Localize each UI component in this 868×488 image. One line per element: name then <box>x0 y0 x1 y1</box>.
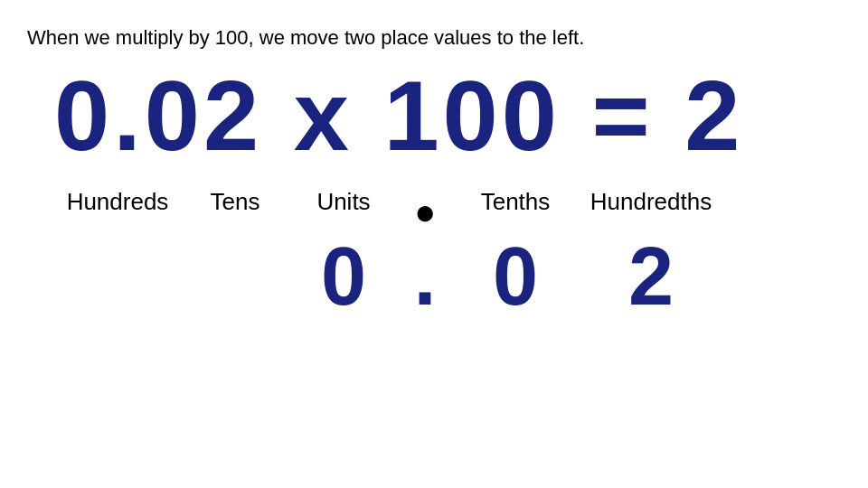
hundredths-digit: 2 <box>628 232 674 322</box>
place-digits-row: 0 . 0 2 <box>54 232 723 322</box>
col-units: Units <box>289 188 398 216</box>
decimal-point-digit: . <box>413 232 436 322</box>
hundreds-label: Hundreds <box>67 188 169 216</box>
tens-label: Tens <box>211 188 260 216</box>
col-tens: Tens <box>181 188 289 216</box>
col-dot-label: ● <box>398 188 452 232</box>
tenths-digit: 0 <box>493 232 538 322</box>
col-hundredths: Hundredths <box>579 188 723 216</box>
subtitle-text: When we multiply by 100, we move two pla… <box>27 25 584 52</box>
equation: 0.02 x 100 = 2 <box>54 61 743 170</box>
col-hundredths-digit: 2 <box>579 232 723 322</box>
tenths-label: Tenths <box>481 188 551 216</box>
page: When we multiply by 100, we move two pla… <box>0 0 868 488</box>
decimal-point-label: ● <box>414 188 436 232</box>
col-tenths-digit: 0 <box>452 232 579 322</box>
col-tenths: Tenths <box>452 188 579 216</box>
units-label: Units <box>316 188 370 216</box>
col-units-digit: 0 <box>289 232 398 322</box>
place-labels-row: Hundreds Tens Units ● Tenths Hundredths <box>54 188 723 232</box>
col-hundreds: Hundreds <box>54 188 181 216</box>
units-digit: 0 <box>321 232 366 322</box>
hundredths-label: Hundredths <box>590 188 712 216</box>
col-dot-digit: . <box>398 232 452 322</box>
